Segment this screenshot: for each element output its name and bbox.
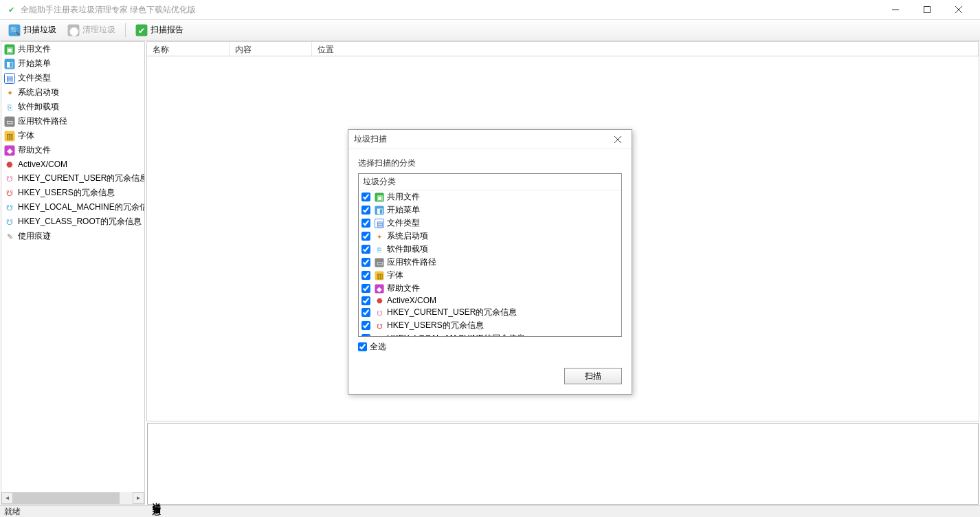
- svg-text:▥: ▥: [6, 132, 13, 140]
- category-label: 文件类型: [387, 217, 420, 229]
- scroll-right-button[interactable]: ►: [133, 492, 144, 504]
- svg-text:☋: ☋: [6, 218, 13, 226]
- category-label: ActiveX/COM: [387, 296, 436, 305]
- category-checkbox[interactable]: [361, 271, 370, 280]
- sidebar-item-1[interactable]: ◧ 开始菜单: [1, 56, 144, 71]
- clean-trash-button[interactable]: ⬤ 清理垃圾: [63, 22, 120, 38]
- scan-trash-button[interactable]: 🔍 扫描垃圾: [4, 22, 60, 38]
- svg-text:✎: ✎: [7, 232, 13, 241]
- svg-text:▥: ▥: [377, 272, 383, 279]
- apppath-icon: ▭: [375, 258, 384, 267]
- category-row-5[interactable]: ▭ 应用软件路径: [359, 256, 621, 269]
- maximize-button[interactable]: [911, 0, 943, 20]
- window-title: 全能助手注册表垃圾清理专家 绿色下载站优化版: [21, 4, 880, 16]
- category-label: 软件卸载项: [387, 243, 428, 255]
- category-row-0[interactable]: ▣ 共用文件: [359, 190, 621, 204]
- sidebar-item-6[interactable]: ▥ 字体: [1, 129, 144, 143]
- col-name[interactable]: 名称: [147, 42, 230, 56]
- sidebar-item-label: HKEY_LOCAL_MACHINE的冗余信息: [18, 201, 144, 213]
- category-checkbox[interactable]: [361, 334, 370, 337]
- category-row-4[interactable]: ⎘ 软件卸载项: [359, 243, 621, 256]
- scan-button[interactable]: 扫描: [564, 368, 622, 384]
- category-checkbox[interactable]: [361, 219, 370, 228]
- help-icon: ◆: [375, 284, 384, 294]
- uninstall-icon: ⎘: [4, 102, 15, 113]
- sidebar-item-10[interactable]: ☋ HKEY_USERS的冗余信息: [1, 186, 144, 200]
- category-checkbox[interactable]: [361, 308, 370, 317]
- clean-icon: ⬤: [67, 24, 80, 36]
- category-row-9[interactable]: ☋ HKEY_CURENT_USER的冗余信息: [359, 306, 621, 319]
- category-checkbox[interactable]: [361, 296, 370, 305]
- dialog-close-button[interactable]: [610, 131, 626, 148]
- regkey-icon: ☋: [4, 173, 15, 184]
- sidebar-item-label: 软件卸载项: [18, 101, 59, 113]
- status-text: 就绪: [4, 506, 21, 518]
- close-icon: [614, 136, 621, 143]
- svg-text:☋: ☋: [6, 189, 13, 197]
- close-icon: [955, 6, 962, 13]
- sidebar-item-label: HKEY_CURENT_USER的冗余信息: [18, 173, 144, 184]
- sidebar-item-0[interactable]: ▣ 共用文件: [1, 42, 144, 56]
- sidebar-item-9[interactable]: ☋ HKEY_CURENT_USER的冗余信息: [1, 171, 144, 186]
- uninstall-icon: ⎘: [375, 245, 384, 254]
- col-content[interactable]: 内容: [230, 42, 312, 56]
- sidebar-item-2[interactable]: ▤ 文件类型: [1, 71, 144, 85]
- sidebar-scrollbar[interactable]: ◄ ►: [1, 492, 144, 504]
- category-checkbox[interactable]: [361, 245, 370, 254]
- category-label: 共用文件: [387, 191, 420, 203]
- sidebar-item-label: 使用痕迹: [18, 230, 51, 242]
- sidebar-item-11[interactable]: ☋ HKEY_LOCAL_MACHINE的冗余信息: [1, 200, 144, 214]
- close-button[interactable]: [943, 0, 975, 20]
- category-row-10[interactable]: ☋ HKEY_USERS的冗余信息: [359, 319, 621, 332]
- select-all-checkbox[interactable]: [358, 342, 367, 351]
- category-checkbox[interactable]: [361, 206, 370, 214]
- category-checkbox[interactable]: [361, 232, 370, 241]
- scan-icon: 🔍: [8, 24, 21, 36]
- category-row-11[interactable]: ☋ HKEY_LOCAL_MACHINE的冗余信息: [359, 332, 621, 337]
- category-row-6[interactable]: ▥ 字体: [359, 269, 621, 282]
- svg-text:⬣: ⬣: [377, 297, 383, 305]
- sidebar-item-13[interactable]: ✎ 使用痕迹: [1, 229, 144, 243]
- scan-report-button[interactable]: ✔ 扫描报告: [131, 22, 188, 38]
- category-row-8[interactable]: ⬣ ActiveX/COM: [359, 295, 621, 306]
- report-icon: ✔: [135, 24, 148, 36]
- svg-text:⬤: ⬤: [69, 25, 78, 35]
- dialog-titlebar[interactable]: 垃圾扫描: [348, 130, 632, 149]
- select-all-row[interactable]: 全选: [358, 341, 622, 353]
- scroll-track[interactable]: [13, 492, 133, 504]
- sidebar-item-5[interactable]: ▭ 应用软件路径: [1, 114, 144, 129]
- font-icon: ▥: [4, 131, 15, 142]
- category-row-3[interactable]: ✦ 系统启动项: [359, 230, 621, 243]
- category-checkbox[interactable]: [361, 284, 370, 293]
- regkey2-icon: ☋: [375, 321, 384, 331]
- category-label: HKEY_USERS的冗余信息: [387, 320, 484, 331]
- sidebar-item-label: 字体: [18, 130, 34, 142]
- svg-text:▣: ▣: [377, 193, 383, 201]
- category-row-7[interactable]: ◆ 帮助文件: [359, 282, 621, 295]
- category-checkbox[interactable]: [361, 258, 370, 267]
- regkey3-icon: ☋: [4, 217, 15, 228]
- sidebar-item-label: HKEY_USERS的冗余信息: [18, 187, 115, 199]
- category-checkbox[interactable]: [361, 192, 370, 201]
- minimize-button[interactable]: [880, 0, 911, 20]
- sidebar-item-8[interactable]: ⬣ ActiveX/COM: [1, 157, 144, 171]
- col-location[interactable]: 位置: [312, 42, 979, 56]
- category-list[interactable]: 垃圾分类 ▣ 共用文件 ◧ 开始菜单 ▤ 文件类型 ✦ 系统启动项 ⎘ 软件卸载…: [358, 173, 622, 337]
- apppath-icon: ▭: [4, 116, 15, 127]
- shared-icon: ▣: [4, 44, 15, 55]
- category-row-1[interactable]: ◧ 开始菜单: [359, 204, 621, 217]
- svg-text:✔: ✔: [8, 6, 14, 14]
- sidebar-item-4[interactable]: ⎘ 软件卸载项: [1, 100, 144, 114]
- scroll-thumb[interactable]: [13, 492, 120, 504]
- activex-icon: ⬣: [4, 159, 15, 170]
- sidebar-item-12[interactable]: ☋ HKEY_CLASS_ROOT的冗余信息: [1, 214, 144, 229]
- svg-text:✔: ✔: [138, 25, 145, 35]
- scroll-left-button[interactable]: ◄: [1, 492, 13, 504]
- svg-text:▭: ▭: [6, 118, 13, 126]
- category-checkbox[interactable]: [361, 321, 370, 330]
- sidebar-item-7[interactable]: ◆ 帮助文件: [1, 143, 144, 157]
- sidebar-item-3[interactable]: ✦ 系统启动项: [1, 85, 144, 100]
- category-row-2[interactable]: ▤ 文件类型: [359, 217, 621, 230]
- svg-text:🔍: 🔍: [10, 25, 21, 36]
- sidebar-item-label: 系统启动项: [18, 87, 59, 98]
